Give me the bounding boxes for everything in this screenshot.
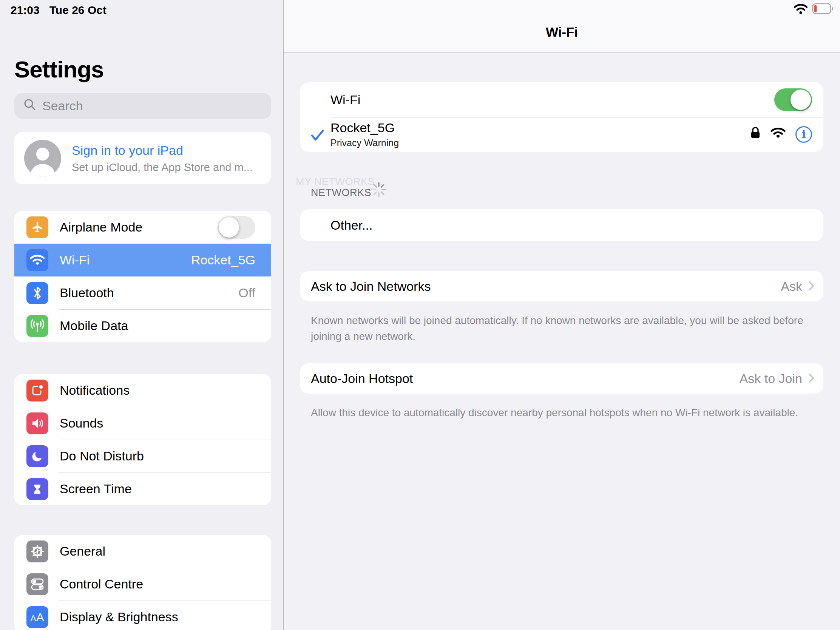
speaker-icon xyxy=(27,412,48,434)
search-input[interactable]: Search xyxy=(14,93,271,118)
sidebar-item-label: Sounds xyxy=(60,416,103,431)
network-name: Rocket_5G xyxy=(330,120,399,135)
avatar-person-icon xyxy=(24,140,61,177)
auto-join-value: Ask to Join xyxy=(739,371,802,386)
sidebar-item-control-centre[interactable]: Control Centre xyxy=(14,568,271,600)
search-placeholder: Search xyxy=(42,99,83,113)
settings-sidebar: Settings Search Sign in to your iPad Set… xyxy=(0,0,284,630)
sidebar-group-connectivity: Airplane Mode Wi-Fi Rocket_5G Bluetooth … xyxy=(14,211,271,342)
chevron-right-icon xyxy=(808,279,814,294)
sidebar-item-wifi[interactable]: Wi-Fi Rocket_5G xyxy=(14,244,271,276)
sidebar-item-general[interactable]: General xyxy=(14,535,271,568)
battery-low-icon xyxy=(812,3,834,16)
status-date: Tue 26 Oct xyxy=(49,4,106,17)
wifi-main-card: Wi-Fi Rocket_5G Privacy Warning xyxy=(300,82,823,152)
activity-spinner-icon xyxy=(370,181,387,200)
notifications-icon xyxy=(27,380,48,401)
wifi-switch-label: Wi-Fi xyxy=(330,93,360,107)
wifi-icon xyxy=(27,249,48,271)
sign-in-title: Sign in to your iPad xyxy=(72,143,253,158)
sidebar-item-bluetooth[interactable]: Bluetooth Off xyxy=(14,276,271,309)
gear-icon xyxy=(27,540,48,562)
auto-join-hotspot-row[interactable]: Auto-Join Hotspot Ask to Join xyxy=(300,363,823,393)
networks-section-header: MY NETWORKS NETWORKS xyxy=(300,176,823,203)
sidebar-item-mobile-data[interactable]: Mobile Data xyxy=(14,309,271,342)
status-bar-left: 21:03 Tue 26 Oct xyxy=(11,4,106,17)
ask-to-join-row[interactable]: Ask to Join Networks Ask xyxy=(300,271,823,302)
lock-icon xyxy=(750,126,761,142)
airplane-mode-toggle[interactable] xyxy=(218,216,255,239)
airplane-icon xyxy=(27,216,48,238)
sidebar-item-sounds[interactable]: Sounds xyxy=(14,407,271,440)
page-title: Settings xyxy=(14,56,271,83)
auto-join-footnote: Allow this device to automatically disco… xyxy=(311,405,813,421)
ask-to-join-label: Ask to Join Networks xyxy=(311,279,431,294)
wifi-switch-row: Wi-Fi xyxy=(300,82,823,117)
networks-section-label: NETWORKS xyxy=(311,187,371,199)
info-icon[interactable]: i xyxy=(796,126,812,143)
ask-to-join-footnote: Known networks will be joined automatica… xyxy=(311,313,813,344)
status-time: 21:03 xyxy=(11,4,39,17)
connected-network-row[interactable]: Rocket_5G Privacy Warning xyxy=(300,117,823,152)
sidebar-item-airplane-mode[interactable]: Airplane Mode xyxy=(14,211,271,244)
wifi-toggle[interactable] xyxy=(774,88,812,111)
sidebar-item-label: Airplane Mode xyxy=(60,220,142,235)
auto-join-label: Auto-Join Hotspot xyxy=(311,371,413,386)
wifi-signal-icon xyxy=(770,126,786,142)
sign-in-subtitle: Set up iCloud, the App Store and m... xyxy=(72,161,253,174)
network-subtitle: Privacy Warning xyxy=(330,137,399,148)
text-size-aa-icon: AA xyxy=(27,606,48,628)
sidebar-item-value: Off xyxy=(238,286,255,300)
sidebar-item-display-brightness[interactable]: AA Display & Brightness xyxy=(14,600,271,630)
checkmark-icon xyxy=(311,129,324,144)
other-network-card: Other... xyxy=(300,209,823,241)
control-centre-icon xyxy=(27,573,48,595)
wifi-nav-header: Wi-Fi xyxy=(284,0,840,53)
sidebar-item-label: Do Not Disturb xyxy=(60,449,144,463)
sidebar-item-label: Control Centre xyxy=(60,577,143,592)
search-icon xyxy=(24,98,36,114)
sidebar-item-label: Mobile Data xyxy=(60,318,128,333)
sidebar-item-value: Rocket_5G xyxy=(191,253,255,267)
auto-join-hotspot-card: Auto-Join Hotspot Ask to Join xyxy=(300,363,823,393)
sidebar-item-label: Notifications xyxy=(60,383,129,398)
sidebar-item-do-not-disturb[interactable]: Do Not Disturb xyxy=(14,440,271,472)
wifi-icon xyxy=(793,3,808,16)
cellular-antenna-icon xyxy=(27,315,48,337)
wifi-settings-panel: Wi-Fi Rocket_5G Privacy Warning xyxy=(284,53,840,630)
sidebar-group-general: General Control Centre AA Display & Brig… xyxy=(14,535,271,630)
sidebar-group-alerts: Notifications Sounds Do Not Disturb xyxy=(14,374,271,505)
chevron-right-icon xyxy=(808,371,814,386)
bluetooth-icon xyxy=(27,282,48,304)
sidebar-item-label: Bluetooth xyxy=(60,286,114,300)
sidebar-item-label: Screen Time xyxy=(60,482,132,496)
status-bar-right xyxy=(793,3,834,16)
sidebar-item-label: General xyxy=(60,544,105,559)
moon-icon xyxy=(27,445,48,467)
my-networks-ghost-label: MY NETWORKS xyxy=(296,176,375,188)
sidebar-item-label: Display & Brightness xyxy=(60,609,178,624)
ask-to-join-card: Ask to Join Networks Ask xyxy=(300,271,823,302)
hourglass-icon xyxy=(27,478,48,500)
nav-title: Wi-Fi xyxy=(546,25,578,39)
other-label: Other... xyxy=(330,218,373,233)
sidebar-item-label: Wi-Fi xyxy=(60,253,90,267)
sidebar-item-notifications[interactable]: Notifications xyxy=(14,374,271,407)
sign-in-banner[interactable]: Sign in to your iPad Set up iCloud, the … xyxy=(14,132,271,184)
sidebar-item-screen-time[interactable]: Screen Time xyxy=(14,472,271,505)
ask-to-join-value: Ask xyxy=(781,279,802,294)
other-network-row[interactable]: Other... xyxy=(300,209,823,241)
